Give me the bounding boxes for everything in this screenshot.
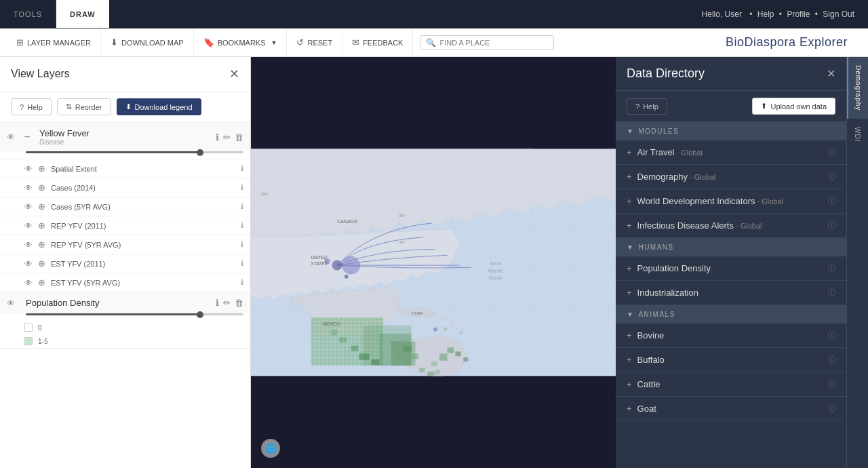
- reorder-icon: ⇅: [66, 102, 72, 111]
- dd-info-goat[interactable]: ⓘ: [828, 404, 835, 414]
- visibility-toggle-pop-density[interactable]: 👁: [7, 298, 15, 308]
- opacity-slider-yf[interactable]: [0, 151, 250, 159]
- dd-item-air-travel[interactable]: + Air Travel · Global ⓘ: [616, 140, 846, 165]
- expand-rep-5yr[interactable]: ⊕: [38, 239, 45, 250]
- svg-text:Atlantic: Atlantic: [487, 269, 504, 274]
- feedback-icon: ✉: [352, 37, 359, 47]
- expand-est-5yr[interactable]: ⊕: [38, 277, 45, 288]
- visibility-est-2011[interactable]: 👁: [24, 259, 33, 269]
- view-layers-panel: View Layers ✕ ? Help ⇅ Reorder ⬇ Downloa…: [0, 57, 251, 468]
- svg-point-16: [461, 328, 465, 331]
- delete-btn-yf[interactable]: 🗑: [235, 132, 243, 142]
- dd-info-cattle[interactable]: ⓘ: [828, 379, 835, 389]
- svg-rect-28: [411, 353, 418, 359]
- info-cases-5yr[interactable]: ℹ: [241, 202, 243, 211]
- visibility-cases-2014[interactable]: 👁: [24, 183, 33, 193]
- svg-text:CANADA: CANADA: [337, 219, 357, 225]
- info-rep-5yr[interactable]: ℹ: [241, 240, 243, 249]
- edit-btn-yf[interactable]: ✏: [223, 132, 231, 142]
- info-est-2011[interactable]: ℹ: [241, 259, 243, 268]
- expand-cases-2014[interactable]: ⊕: [38, 182, 45, 193]
- legend-checkbox-0[interactable]: [24, 324, 33, 332]
- search-input[interactable]: [439, 39, 548, 47]
- expand-rep-2011[interactable]: ⊕: [38, 220, 45, 231]
- dd-info-air-travel[interactable]: ⓘ: [828, 147, 835, 157]
- dd-upload-btn[interactable]: ⬆ Upload own data: [752, 98, 835, 115]
- dd-info-infectious[interactable]: ⓘ: [828, 220, 835, 231]
- visibility-est-5yr[interactable]: 👁: [24, 278, 33, 288]
- dd-item-goat[interactable]: + Goat ⓘ: [616, 397, 846, 421]
- dd-item-industrialization[interactable]: + Industrialization ⓘ: [616, 281, 846, 305]
- info-cases-2014[interactable]: ℹ: [241, 183, 243, 192]
- est-5yr-label: EST YFV (5YR AVG): [51, 279, 235, 287]
- expand-spatial-extent[interactable]: ⊕: [38, 163, 45, 174]
- profile-link[interactable]: Profile: [787, 9, 810, 19]
- info-spatial-extent[interactable]: ℹ: [241, 164, 243, 173]
- help-link[interactable]: Help: [757, 9, 774, 19]
- expand-est-2011[interactable]: ⊕: [38, 258, 45, 269]
- dd-scroll: ▼ MODULES + Air Travel · Global ⓘ + Demo…: [616, 122, 846, 468]
- dd-help-btn[interactable]: ? Help: [627, 98, 667, 115]
- dd-plus-pop-density: +: [627, 263, 632, 273]
- layers-scroll: 👁 − Yellow Fever Disease ℹ ✏ 🗑: [0, 123, 250, 468]
- close-layers-btn[interactable]: ✕: [229, 66, 239, 81]
- delete-btn-pd[interactable]: 🗑: [235, 298, 243, 308]
- sidebar-tab-demography[interactable]: Demography: [847, 57, 868, 119]
- dd-info-wdi[interactable]: ⓘ: [828, 196, 835, 206]
- svg-rect-24: [351, 345, 359, 351]
- cases-2014-label: Cases (2014): [51, 184, 235, 192]
- visibility-rep-5yr[interactable]: 👁: [24, 240, 33, 250]
- dd-item-wdi[interactable]: + World Development Indicators · Global …: [616, 189, 846, 214]
- dd-info-industrialization[interactable]: ⓘ: [828, 288, 835, 298]
- dd-info-bovine[interactable]: ⓘ: [828, 330, 835, 340]
- svg-point-14: [449, 320, 454, 324]
- dd-item-buffalo[interactable]: + Buffalo ⓘ: [616, 348, 846, 372]
- help-btn-label: Help: [27, 103, 43, 111]
- dd-item-cattle[interactable]: + Cattle ⓘ: [616, 372, 846, 397]
- edit-btn-pd[interactable]: ✏: [223, 298, 231, 308]
- tools-tab[interactable]: TOOLS: [0, 0, 56, 28]
- expand-cases-5yr[interactable]: ⊕: [38, 201, 45, 212]
- visibility-rep-2011[interactable]: 👁: [24, 221, 33, 231]
- dd-item-infectious-disease[interactable]: + Infectious Disease Alerts · Global ⓘ: [616, 214, 846, 238]
- dd-item-pop-density[interactable]: + Population Density ⓘ: [616, 256, 846, 281]
- visibility-spatial-extent[interactable]: 👁: [24, 164, 33, 174]
- svg-rect-26: [371, 359, 379, 365]
- dd-item-demography[interactable]: + Demography · Global ⓘ: [616, 165, 846, 189]
- legend-item-0: 0: [0, 321, 250, 334]
- dd-info-pop-density[interactable]: ⓘ: [828, 263, 835, 273]
- download-map-btn[interactable]: ⬇ DOWNLOAD MAP: [101, 28, 194, 56]
- dd-info-demography[interactable]: ⓘ: [828, 172, 835, 182]
- upload-icon: ⬆: [761, 102, 767, 111]
- signout-link[interactable]: Sign Out: [823, 9, 854, 19]
- feedback-btn[interactable]: ✉ FEEDBACK: [342, 28, 413, 56]
- reorder-button[interactable]: ⇅ Reorder: [57, 98, 111, 115]
- dd-close-btn[interactable]: ✕: [827, 67, 835, 80]
- legend-checkbox-1[interactable]: [24, 337, 33, 345]
- map-area[interactable]: 60° 40° 100° CANADA UNITED STATES MEXICO…: [251, 57, 616, 468]
- globe-icon[interactable]: 🌐: [261, 439, 280, 458]
- info-btn-yf[interactable]: ℹ: [216, 132, 219, 142]
- sidebar-tab-wdi[interactable]: WDI: [847, 119, 868, 150]
- dd-goat-label: Goat: [637, 404, 823, 414]
- dd-info-buffalo[interactable]: ⓘ: [828, 355, 835, 365]
- opacity-slider-pd[interactable]: [0, 313, 250, 321]
- dd-item-bovine[interactable]: + Bovine ⓘ: [616, 324, 846, 348]
- info-btn-pd[interactable]: ℹ: [216, 298, 219, 308]
- bookmarks-btn[interactable]: 🔖 BOOKMARKS ▼: [194, 28, 288, 56]
- help-button[interactable]: ? Help: [11, 98, 52, 115]
- reset-btn[interactable]: ↺ RESET: [287, 28, 342, 56]
- info-est-5yr[interactable]: ℹ: [241, 278, 243, 287]
- svg-point-42: [342, 256, 360, 274]
- download-legend-button[interactable]: ⬇ Download legend: [117, 98, 201, 115]
- draw-tab[interactable]: DRAW: [56, 0, 109, 28]
- app-title: BioDiaspora Explorer: [726, 35, 861, 50]
- visibility-cases-5yr[interactable]: 👁: [24, 202, 33, 212]
- info-rep-2011[interactable]: ℹ: [241, 221, 243, 230]
- dd-header: Data Directory ✕: [616, 57, 846, 91]
- minus-toggle-yellow-fever[interactable]: −: [20, 131, 34, 143]
- layers-icon: ⊞: [16, 37, 24, 47]
- layer-manager-btn[interactable]: ⊞ LAYER MANAGER: [7, 28, 101, 56]
- visibility-toggle-yellow-fever[interactable]: 👁: [7, 132, 15, 142]
- download-legend-icon: ⬇: [125, 102, 132, 111]
